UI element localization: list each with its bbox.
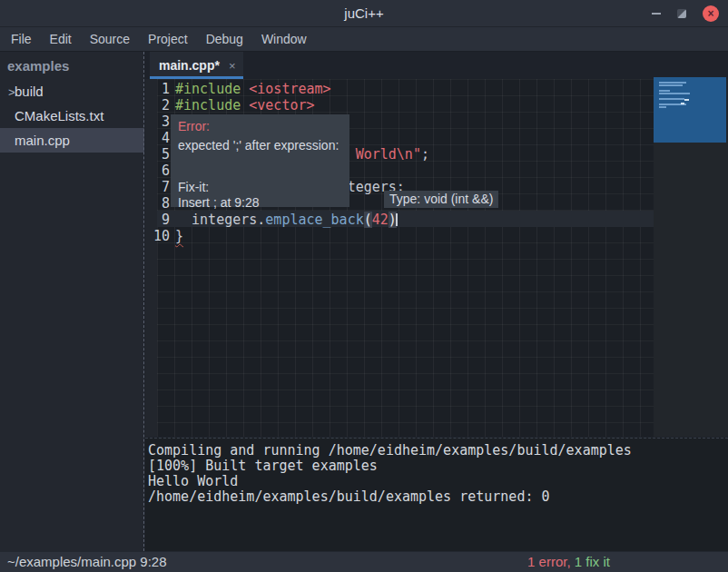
line-number: 2 bbox=[145, 97, 170, 113]
pane-splitter-vertical[interactable] bbox=[143, 52, 144, 551]
sidebar-item-build[interactable]: >build bbox=[0, 79, 144, 104]
status-bar: ~/examples/main.cpp 9:28 1 error, 1 fix … bbox=[0, 551, 728, 572]
titlebar[interactable]: juCi++ × bbox=[0, 0, 728, 27]
maximize-button[interactable] bbox=[670, 0, 694, 27]
status-diagnostics: 1 error, 1 fix it bbox=[527, 552, 610, 572]
file-tree: >buildCMakeLists.txtmain.cpp bbox=[0, 79, 144, 153]
minimap[interactable] bbox=[654, 77, 726, 143]
window-title: juCi++ bbox=[0, 0, 728, 27]
minimap-line-mark bbox=[659, 82, 686, 84]
fixit-title: Fix-it: bbox=[178, 180, 342, 195]
code-token: #include bbox=[175, 97, 249, 113]
code-token: <vector> bbox=[249, 97, 314, 113]
code-token: integers. bbox=[175, 212, 265, 228]
line-number: 1 bbox=[145, 81, 170, 97]
terminal-line: Hello World bbox=[148, 474, 728, 489]
file-tree-panel[interactable]: examples >buildCMakeLists.txtmain.cpp bbox=[0, 52, 144, 551]
minimap-line-mark bbox=[659, 106, 666, 108]
status-file-location: ~/examples/main.cpp 9:28 bbox=[7, 552, 167, 572]
code-token: #include bbox=[175, 81, 249, 97]
line-number: 3 bbox=[145, 113, 170, 130]
sidebar-item-label: main.cpp bbox=[15, 133, 70, 148]
menu-item-file[interactable]: File bbox=[2, 27, 41, 51]
minimap-line-mark bbox=[659, 84, 683, 86]
code-text: } bbox=[175, 228, 183, 244]
code-token: <iostream> bbox=[249, 81, 330, 97]
status-separator: , bbox=[566, 554, 574, 569]
code-token: ; bbox=[421, 146, 429, 163]
error-tooltip-message: expected ';' after expression: bbox=[178, 135, 342, 155]
status-fixit-count: 1 fix it bbox=[575, 554, 610, 569]
line-number: 9 bbox=[145, 212, 170, 228]
minimize-button[interactable] bbox=[644, 0, 668, 27]
terminal-output[interactable]: Compiling and running /home/eidheim/exam… bbox=[145, 438, 728, 551]
minimap-line-mark bbox=[659, 93, 690, 94]
tab-label: main.cpp* bbox=[159, 58, 220, 73]
menubar: FileEditSourceProjectDebugWindow bbox=[0, 27, 728, 52]
close-button[interactable]: × bbox=[699, 0, 723, 27]
terminal-line: /home/eidheim/examples/build/examples re… bbox=[148, 489, 728, 505]
line-number: 6 bbox=[145, 163, 170, 179]
type-tooltip: Type: void (int &&) bbox=[384, 191, 498, 208]
line-number: 10 bbox=[145, 228, 170, 244]
sidebar-item-label: build bbox=[15, 84, 44, 99]
minimap-line-mark bbox=[681, 103, 684, 104]
menu-item-debug[interactable]: Debug bbox=[197, 27, 252, 51]
sidebar-item-main-cpp[interactable]: main.cpp bbox=[0, 128, 144, 153]
text-cursor bbox=[396, 213, 398, 226]
minimap-line-mark bbox=[684, 99, 689, 101]
minimap-line-mark bbox=[659, 98, 684, 100]
tab-bar: main.cpp* × bbox=[145, 52, 728, 79]
code-editor[interactable]: 1#include <iostream>2#include <vector>34… bbox=[145, 79, 728, 437]
terminal-line: [100%] Built target examples bbox=[148, 459, 728, 474]
menu-item-source[interactable]: Source bbox=[81, 27, 139, 51]
tab-main-cpp[interactable]: main.cpp* × bbox=[150, 52, 243, 79]
line-number: 8 bbox=[145, 195, 170, 212]
fixit-text: Insert ; at 9:28 bbox=[178, 195, 342, 211]
error-tooltip: Error: expected ';' after expression: Fi… bbox=[171, 114, 349, 207]
app-window: juCi++ × FileEditSourceProjectDebugWindo… bbox=[0, 0, 728, 572]
menu-item-window[interactable]: Window bbox=[252, 27, 316, 51]
tab-close-icon[interactable]: × bbox=[229, 60, 236, 72]
status-error-count: 1 error bbox=[527, 554, 566, 569]
code-text: integers.emplace_back(42) bbox=[175, 212, 398, 228]
line-number: 4 bbox=[145, 130, 170, 146]
error-tooltip-title: Error: bbox=[178, 118, 342, 135]
chevron-right-icon: > bbox=[0, 80, 15, 104]
sidebar-item-cmakelists-txt[interactable]: CMakeLists.txt bbox=[0, 104, 144, 128]
line-number: 5 bbox=[145, 146, 170, 163]
menu-item-project[interactable]: Project bbox=[139, 27, 197, 51]
code-token: ( bbox=[364, 212, 372, 228]
sidebar-item-label: CMakeLists.txt bbox=[15, 108, 103, 123]
maximize-icon bbox=[677, 9, 686, 18]
minimap-line-mark bbox=[659, 90, 670, 92]
minimize-icon bbox=[652, 13, 661, 15]
line-number: 7 bbox=[145, 179, 170, 195]
menu-item-edit[interactable]: Edit bbox=[41, 27, 81, 51]
code-token: emplace_back bbox=[265, 212, 363, 228]
project-name-header: examples bbox=[0, 52, 144, 79]
code-token: 42 bbox=[372, 212, 389, 228]
close-icon: × bbox=[703, 5, 719, 22]
code-token: } bbox=[175, 228, 183, 244]
code-text: #include <iostream> bbox=[175, 81, 331, 97]
terminal-line: Compiling and running /home/eidheim/exam… bbox=[148, 443, 728, 459]
code-text: #include <vector> bbox=[175, 97, 315, 113]
